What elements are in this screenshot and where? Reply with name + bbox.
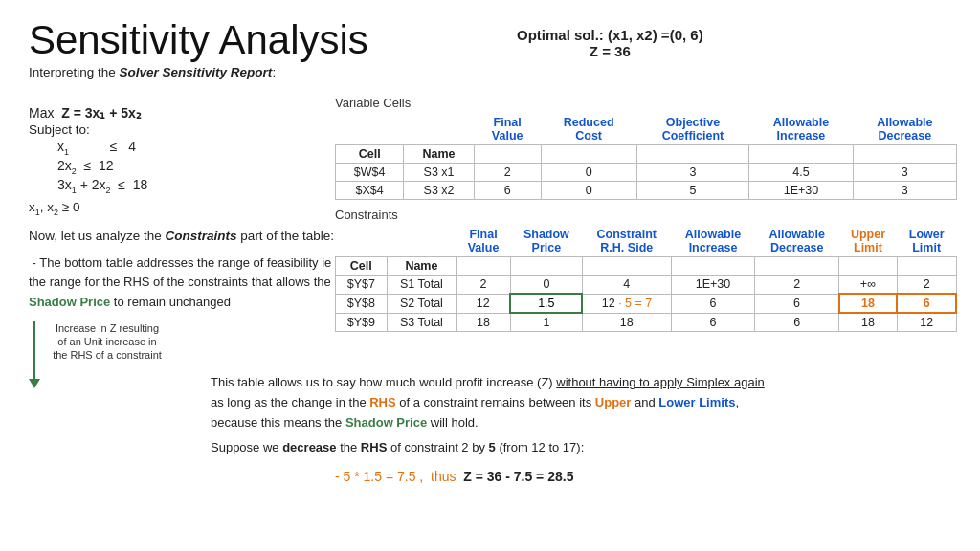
con-th-ll <box>897 257 956 276</box>
con-r1-sp: 0 <box>510 276 582 295</box>
vc-col-final-val: FinalValue <box>474 114 541 145</box>
shadow-price-label2: Shadow Price <box>345 415 427 430</box>
constraints-section-title: Constraints <box>335 208 957 222</box>
con-r3-fv: 18 <box>457 313 511 332</box>
vc-th-fv <box>474 145 541 164</box>
con-r1-ad: 2 <box>755 276 839 295</box>
con-row-2: $Y$8 S2 Total 12 1.5 12 · 5 = 7 6 6 18 6 <box>336 294 957 313</box>
subject-to: Subject to: <box>29 122 335 137</box>
con-r2-rhs: 12 · 5 = 7 <box>582 294 671 313</box>
con-col-cell <box>336 226 388 257</box>
rhs-label: RHS <box>369 395 395 409</box>
arrow-line <box>33 321 35 379</box>
con-header-row1: FinalValue ShadowPrice ConstraintR.H. Si… <box>336 226 957 257</box>
interpreting-text: Interpreting the Solver Sensitivity Repo… <box>29 65 951 79</box>
con-r1-rhs: 4 <box>582 276 671 295</box>
arrow-label: Increase in Z resulting of an Unit incre… <box>50 321 165 363</box>
vc-r2-name: S3 x2 <box>404 182 474 200</box>
con-col-name <box>387 226 457 257</box>
vc-col-allow-inc: AllowableIncrease <box>749 114 853 145</box>
optimal-line2: Z = 36 <box>517 43 703 59</box>
vc-r1-fv: 2 <box>474 164 541 182</box>
con-r3-name: S3 Total <box>387 313 457 332</box>
right-column: Variable Cells FinalValue ReducedCost Ob… <box>335 96 957 340</box>
rhs-label2: RHS <box>361 440 387 454</box>
con-col-ad: AllowableDecrease <box>755 226 839 257</box>
variable-cells-title: Variable Cells <box>335 96 957 110</box>
con-header-row2: Cell Name <box>336 257 957 276</box>
five-label: 5 <box>489 440 496 454</box>
decrease-bold: decrease <box>282 440 336 454</box>
con-r1-cell: $Y$7 <box>336 276 388 295</box>
constraint-1: x1 ≤ 4 <box>57 139 335 157</box>
con-col-lower: LowerLimit <box>897 226 956 257</box>
vc-col-allow-dec: AllowableDecrease <box>853 114 956 145</box>
con-th-rhs <box>582 257 671 276</box>
vc-r1-ad: 3 <box>853 164 956 182</box>
con-r3-ad: 6 <box>755 313 839 332</box>
analyze-text: Now, let us analyze the Constraints part… <box>29 227 335 246</box>
con-r2-sp: 1.5 <box>510 294 582 313</box>
calc-line: - 5 * 1.5 = 7.5 , thus Z = 36 - 7.5 = 28… <box>335 469 573 484</box>
arrow-column <box>29 321 40 388</box>
vc-th-oc <box>636 145 749 164</box>
con-r1-fv: 2 <box>457 276 511 295</box>
vc-th-rc <box>541 145 636 164</box>
constraint-3: 3x1 + 2x2 ≤ 18 <box>57 177 335 195</box>
vc-col-reduced-cost: ReducedCost <box>541 114 636 145</box>
vc-r2-rc: 0 <box>541 182 636 200</box>
page-title: Sensitivity Analysis <box>29 17 951 63</box>
con-col-upper: UpperLimit <box>839 226 898 257</box>
constraint-2: 2x2 ≤ 12 <box>57 158 335 176</box>
con-r2-fv: 12 <box>457 294 511 313</box>
vc-th-cell: Cell <box>336 145 404 164</box>
vc-r2-ad: 3 <box>853 182 956 200</box>
con-r1-ul: +∞ <box>839 276 898 295</box>
vc-row-2: $X$4 S3 x2 6 0 5 1E+30 3 <box>336 182 957 200</box>
left-column: Max Z = 3x₁ + 5x₂ Subject to: x1 ≤ 4 2x2… <box>29 105 335 388</box>
con-r3-ai: 6 <box>671 313 755 332</box>
con-r3-ul: 18 <box>839 313 898 332</box>
constraints-list: x1 ≤ 4 2x2 ≤ 12 3x1 + 2x2 ≤ 18 <box>57 139 335 194</box>
max-line: Max Z = 3x₁ + 5x₂ <box>29 105 335 121</box>
bottom-line1: This table allows us to say how much wou… <box>211 373 957 393</box>
con-th-ai <box>671 257 755 276</box>
con-r3-rhs: 18 <box>582 313 671 332</box>
con-col-rhs: ConstraintR.H. Side <box>582 226 671 257</box>
vc-r1-cell: $W$4 <box>336 164 404 182</box>
vc-r1-ai: 4.5 <box>749 164 853 182</box>
crossed-eq: · 5 = 7 <box>618 297 652 310</box>
optimal-solution: Optimal sol.: (x1, x2) =(0, 6) Z = 36 <box>517 27 703 59</box>
calc-result: Z = 36 - 7.5 = 28.5 <box>463 469 573 484</box>
vc-r2-ai: 1E+30 <box>749 182 853 200</box>
con-r2-name: S2 Total <box>387 294 457 313</box>
con-col-fv: FinalValue <box>457 226 511 257</box>
vc-th-ai <box>749 145 853 164</box>
con-r1-ai: 1E+30 <box>671 276 755 295</box>
page: Sensitivity Analysis Optimal sol.: (x1, … <box>0 0 980 99</box>
range-text: - The bottom table addresses the range o… <box>29 253 335 311</box>
suppose-line: Suppose we decrease the RHS of constrain… <box>211 440 584 454</box>
con-row-3: $Y$9 S3 Total 18 1 18 6 6 18 12 <box>336 313 957 332</box>
con-col-shadow: ShadowPrice <box>510 226 582 257</box>
shadow-price-label: Shadow Price <box>29 295 110 309</box>
optimal-line1: Optimal sol.: (x1, x2) =(0, 6) <box>517 27 703 43</box>
con-r2-ll: 6 <box>897 294 956 313</box>
lower-limits-label: Lower Limits <box>658 395 735 409</box>
arrow-head <box>29 379 40 388</box>
vc-r1-rc: 0 <box>541 164 636 182</box>
non-negativity: x1, x2 ≥ 0 <box>29 200 335 217</box>
con-th-name: Name <box>387 257 457 276</box>
con-th-fv <box>457 257 511 276</box>
con-r2-ad: 6 <box>755 294 839 313</box>
vc-r1-name: S3 x1 <box>404 164 474 182</box>
vc-col-cell <box>336 114 404 145</box>
vc-col-obj-coeff: ObjectiveCoefficient <box>636 114 749 145</box>
vc-r2-fv: 6 <box>474 182 541 200</box>
vc-col-name <box>404 114 474 145</box>
vc-r1-oc: 3 <box>636 164 749 182</box>
con-th-ad <box>755 257 839 276</box>
bottom-line2: as long as the change in the RHS of a co… <box>211 393 957 413</box>
vc-header-row1: FinalValue ReducedCost ObjectiveCoeffici… <box>336 114 957 145</box>
con-r1-ll: 2 <box>897 276 956 295</box>
